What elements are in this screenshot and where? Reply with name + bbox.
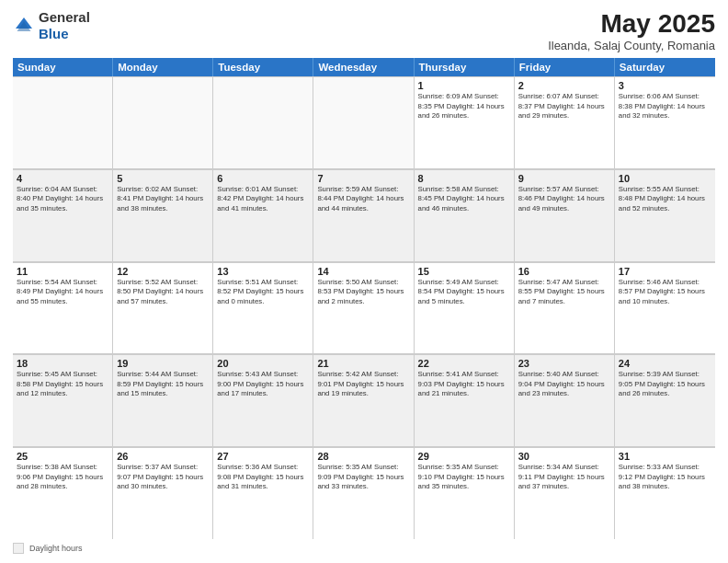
calendar-row: 11Sunrise: 5:54 AM Sunset: 8:49 PM Dayli… <box>13 262 715 355</box>
calendar-cell: 6Sunrise: 6:01 AM Sunset: 8:42 PM Daylig… <box>213 169 313 261</box>
day-number: 8 <box>418 173 510 184</box>
calendar-cell: 9Sunrise: 5:57 AM Sunset: 8:46 PM Daylig… <box>515 169 615 261</box>
day-info: Sunrise: 6:02 AM Sunset: 8:41 PM Dayligh… <box>117 185 209 214</box>
calendar-cell: 15Sunrise: 5:49 AM Sunset: 8:54 PM Dayli… <box>415 262 515 354</box>
day-info: Sunrise: 5:50 AM Sunset: 8:53 PM Dayligh… <box>317 278 409 307</box>
page: General Blue May 2025 Ileanda, Salaj Cou… <box>0 0 728 563</box>
day-number: 28 <box>317 451 409 462</box>
day-number: 20 <box>217 358 309 369</box>
header-day-thursday: Thursday <box>415 58 515 76</box>
day-info: Sunrise: 5:47 AM Sunset: 8:55 PM Dayligh… <box>518 278 610 307</box>
calendar-cell: 1Sunrise: 6:09 AM Sunset: 8:35 PM Daylig… <box>415 76 515 168</box>
calendar-cell: 24Sunrise: 5:39 AM Sunset: 9:05 PM Dayli… <box>615 354 715 446</box>
day-number: 13 <box>217 266 309 277</box>
day-number: 18 <box>17 358 108 369</box>
logo: General Blue <box>13 9 90 42</box>
day-info: Sunrise: 5:42 AM Sunset: 9:01 PM Dayligh… <box>317 370 409 399</box>
header: General Blue May 2025 Ileanda, Salaj Cou… <box>13 9 715 52</box>
header-day-monday: Monday <box>113 58 213 76</box>
logo-general: General <box>39 9 90 25</box>
calendar-cell: 12Sunrise: 5:52 AM Sunset: 8:50 PM Dayli… <box>113 262 213 354</box>
day-number: 6 <box>217 173 309 184</box>
day-number: 27 <box>217 451 309 462</box>
calendar-cell: 17Sunrise: 5:46 AM Sunset: 8:57 PM Dayli… <box>615 262 715 354</box>
calendar-cell <box>313 76 414 168</box>
header-day-wednesday: Wednesday <box>313 58 414 76</box>
calendar-cell: 23Sunrise: 5:40 AM Sunset: 9:04 PM Dayli… <box>515 354 615 446</box>
day-info: Sunrise: 5:38 AM Sunset: 9:06 PM Dayligh… <box>17 463 108 492</box>
calendar-cell: 27Sunrise: 5:36 AM Sunset: 9:08 PM Dayli… <box>213 447 313 539</box>
day-info: Sunrise: 5:39 AM Sunset: 9:05 PM Dayligh… <box>619 370 711 399</box>
day-number: 3 <box>619 80 711 91</box>
day-info: Sunrise: 6:07 AM Sunset: 8:37 PM Dayligh… <box>518 92 610 121</box>
calendar-row: 18Sunrise: 5:45 AM Sunset: 8:58 PM Dayli… <box>13 354 715 447</box>
day-number: 5 <box>117 173 209 184</box>
calendar-cell: 20Sunrise: 5:43 AM Sunset: 9:00 PM Dayli… <box>213 354 313 446</box>
calendar-cell: 28Sunrise: 5:35 AM Sunset: 9:09 PM Dayli… <box>313 447 414 539</box>
day-number: 22 <box>418 358 510 369</box>
calendar-cell: 16Sunrise: 5:47 AM Sunset: 8:55 PM Dayli… <box>515 262 615 354</box>
day-number: 10 <box>619 173 711 184</box>
header-day-saturday: Saturday <box>615 58 715 76</box>
calendar-cell: 31Sunrise: 5:33 AM Sunset: 9:12 PM Dayli… <box>615 447 715 539</box>
calendar-cell: 18Sunrise: 5:45 AM Sunset: 8:58 PM Dayli… <box>13 354 113 446</box>
calendar-cell: 21Sunrise: 5:42 AM Sunset: 9:01 PM Dayli… <box>313 354 414 446</box>
day-info: Sunrise: 5:45 AM Sunset: 8:58 PM Dayligh… <box>17 370 108 399</box>
calendar-cell <box>13 76 113 168</box>
day-info: Sunrise: 5:37 AM Sunset: 9:07 PM Dayligh… <box>117 463 209 492</box>
day-number: 19 <box>117 358 209 369</box>
header-day-friday: Friday <box>515 58 615 76</box>
day-info: Sunrise: 5:46 AM Sunset: 8:57 PM Dayligh… <box>619 278 711 307</box>
day-number: 17 <box>619 266 711 277</box>
day-info: Sunrise: 5:58 AM Sunset: 8:45 PM Dayligh… <box>418 185 510 214</box>
calendar-body: 1Sunrise: 6:09 AM Sunset: 8:35 PM Daylig… <box>13 76 715 539</box>
calendar-header: SundayMondayTuesdayWednesdayThursdayFrid… <box>13 58 715 76</box>
day-info: Sunrise: 5:34 AM Sunset: 9:11 PM Dayligh… <box>518 463 610 492</box>
calendar-cell: 7Sunrise: 5:59 AM Sunset: 8:44 PM Daylig… <box>313 169 414 261</box>
day-info: Sunrise: 6:04 AM Sunset: 8:40 PM Dayligh… <box>17 185 108 214</box>
calendar-cell: 10Sunrise: 5:55 AM Sunset: 8:48 PM Dayli… <box>615 169 715 261</box>
day-number: 24 <box>619 358 711 369</box>
calendar-cell <box>113 76 213 168</box>
legend: Daylight hours <box>13 543 715 554</box>
day-info: Sunrise: 5:52 AM Sunset: 8:50 PM Dayligh… <box>117 278 209 307</box>
logo-icon <box>13 15 35 37</box>
calendar-cell: 22Sunrise: 5:41 AM Sunset: 9:03 PM Dayli… <box>415 354 515 446</box>
day-number: 15 <box>418 266 510 277</box>
header-day-sunday: Sunday <box>13 58 113 76</box>
day-number: 14 <box>317 266 409 277</box>
subtitle: Ileanda, Salaj County, Romania <box>548 39 715 52</box>
day-number: 9 <box>518 173 610 184</box>
calendar-cell: 25Sunrise: 5:38 AM Sunset: 9:06 PM Dayli… <box>13 447 113 539</box>
calendar-cell: 11Sunrise: 5:54 AM Sunset: 8:49 PM Dayli… <box>13 262 113 354</box>
day-info: Sunrise: 5:41 AM Sunset: 9:03 PM Dayligh… <box>418 370 510 399</box>
day-info: Sunrise: 5:49 AM Sunset: 8:54 PM Dayligh… <box>418 278 510 307</box>
day-number: 30 <box>518 451 610 462</box>
day-number: 29 <box>418 451 510 462</box>
calendar-cell: 5Sunrise: 6:02 AM Sunset: 8:41 PM Daylig… <box>113 169 213 261</box>
day-number: 21 <box>317 358 409 369</box>
day-info: Sunrise: 5:59 AM Sunset: 8:44 PM Dayligh… <box>317 185 409 214</box>
day-number: 4 <box>17 173 108 184</box>
calendar-cell: 19Sunrise: 5:44 AM Sunset: 8:59 PM Dayli… <box>113 354 213 446</box>
day-number: 1 <box>418 80 510 91</box>
calendar-row: 4Sunrise: 6:04 AM Sunset: 8:40 PM Daylig… <box>13 169 715 262</box>
day-info: Sunrise: 5:36 AM Sunset: 9:08 PM Dayligh… <box>217 463 309 492</box>
day-number: 31 <box>619 451 711 462</box>
day-number: 16 <box>518 266 610 277</box>
calendar-cell: 2Sunrise: 6:07 AM Sunset: 8:37 PM Daylig… <box>515 76 615 168</box>
calendar-cell: 8Sunrise: 5:58 AM Sunset: 8:45 PM Daylig… <box>415 169 515 261</box>
calendar-cell: 4Sunrise: 6:04 AM Sunset: 8:40 PM Daylig… <box>13 169 113 261</box>
calendar-row: 25Sunrise: 5:38 AM Sunset: 9:06 PM Dayli… <box>13 447 715 539</box>
calendar-cell: 29Sunrise: 5:35 AM Sunset: 9:10 PM Dayli… <box>415 447 515 539</box>
logo-blue: Blue <box>39 26 69 41</box>
calendar-cell: 30Sunrise: 5:34 AM Sunset: 9:11 PM Dayli… <box>515 447 615 539</box>
day-info: Sunrise: 5:43 AM Sunset: 9:00 PM Dayligh… <box>217 370 309 399</box>
day-number: 7 <box>317 173 409 184</box>
calendar-cell: 14Sunrise: 5:50 AM Sunset: 8:53 PM Dayli… <box>313 262 414 354</box>
main-title: May 2025 <box>548 9 715 39</box>
day-number: 25 <box>17 451 108 462</box>
day-info: Sunrise: 6:01 AM Sunset: 8:42 PM Dayligh… <box>217 185 309 214</box>
day-info: Sunrise: 5:57 AM Sunset: 8:46 PM Dayligh… <box>518 185 610 214</box>
calendar-row: 1Sunrise: 6:09 AM Sunset: 8:35 PM Daylig… <box>13 76 715 169</box>
